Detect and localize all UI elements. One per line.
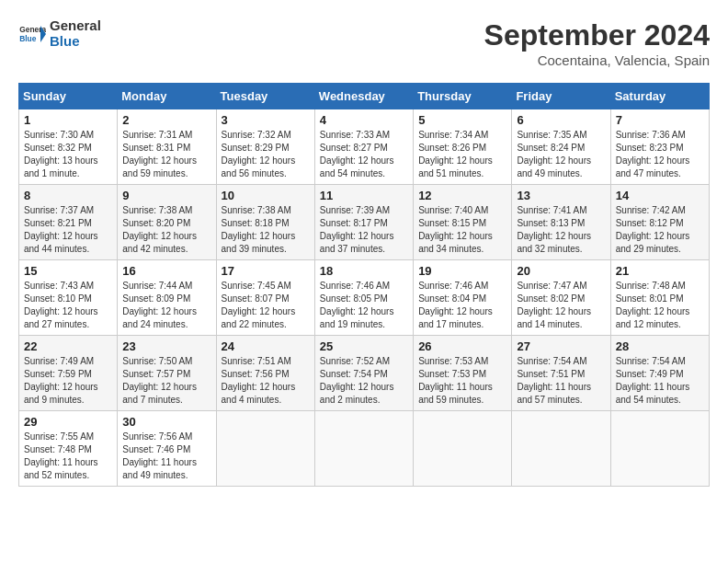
day-number: 26 xyxy=(418,339,506,353)
weekday-header-friday: Friday xyxy=(512,84,610,109)
weekday-header-wednesday: Wednesday xyxy=(314,84,413,109)
day-info: Sunrise: 7:50 AM Sunset: 7:57 PM Dayligh… xyxy=(122,355,210,407)
day-info: Sunrise: 7:51 AM Sunset: 7:56 PM Dayligh… xyxy=(222,355,310,407)
empty-cell xyxy=(610,411,709,487)
calendar-day-17: 17Sunrise: 7:45 AM Sunset: 8:07 PM Dayli… xyxy=(216,260,314,336)
calendar-day-27: 27Sunrise: 7:54 AM Sunset: 7:51 PM Dayli… xyxy=(512,336,610,411)
day-number: 15 xyxy=(24,264,112,278)
logo-icon: General Blue xyxy=(18,20,46,48)
day-number: 3 xyxy=(222,113,310,127)
calendar-day-1: 1Sunrise: 7:30 AM Sunset: 8:32 PM Daylig… xyxy=(19,109,118,185)
day-info: Sunrise: 7:49 AM Sunset: 7:59 PM Dayligh… xyxy=(24,355,112,407)
day-number: 6 xyxy=(517,113,605,127)
calendar-day-30: 30Sunrise: 7:56 AM Sunset: 7:46 PM Dayli… xyxy=(118,411,216,487)
day-number: 21 xyxy=(616,264,704,278)
day-number: 12 xyxy=(418,189,506,202)
calendar-week-row-2: 8Sunrise: 7:37 AM Sunset: 8:21 PM Daylig… xyxy=(19,185,710,260)
day-number: 19 xyxy=(418,264,506,278)
calendar-week-row-1: 1Sunrise: 7:30 AM Sunset: 8:32 PM Daylig… xyxy=(19,109,710,185)
calendar-day-23: 23Sunrise: 7:50 AM Sunset: 7:57 PM Dayli… xyxy=(118,336,216,411)
day-number: 9 xyxy=(122,189,210,202)
calendar-week-row-3: 15Sunrise: 7:43 AM Sunset: 8:10 PM Dayli… xyxy=(19,260,710,336)
day-info: Sunrise: 7:56 AM Sunset: 7:46 PM Dayligh… xyxy=(122,431,210,482)
day-number: 2 xyxy=(122,113,210,127)
title-section: September 2024 Cocentaina, Valencia, Spa… xyxy=(484,18,710,68)
day-number: 8 xyxy=(24,189,112,202)
calendar-day-28: 28Sunrise: 7:54 AM Sunset: 7:49 PM Dayli… xyxy=(610,336,709,411)
day-number: 5 xyxy=(418,113,506,127)
empty-cell xyxy=(512,411,610,487)
calendar-day-5: 5Sunrise: 7:34 AM Sunset: 8:26 PM Daylig… xyxy=(414,109,512,185)
day-info: Sunrise: 7:42 AM Sunset: 8:12 PM Dayligh… xyxy=(616,204,704,256)
day-info: Sunrise: 7:52 AM Sunset: 7:54 PM Dayligh… xyxy=(320,355,408,407)
day-info: Sunrise: 7:34 AM Sunset: 8:26 PM Dayligh… xyxy=(418,129,506,180)
day-info: Sunrise: 7:39 AM Sunset: 8:17 PM Dayligh… xyxy=(320,204,408,256)
calendar-day-18: 18Sunrise: 7:46 AM Sunset: 8:05 PM Dayli… xyxy=(314,260,413,336)
day-info: Sunrise: 7:53 AM Sunset: 7:53 PM Dayligh… xyxy=(418,355,506,407)
calendar-day-14: 14Sunrise: 7:42 AM Sunset: 8:12 PM Dayli… xyxy=(610,185,709,260)
empty-cell xyxy=(216,411,314,487)
day-number: 30 xyxy=(122,415,210,429)
day-number: 23 xyxy=(122,339,210,353)
empty-cell xyxy=(314,411,413,487)
weekday-header-thursday: Thursday xyxy=(414,84,512,109)
day-number: 1 xyxy=(24,113,112,127)
calendar-day-19: 19Sunrise: 7:46 AM Sunset: 8:04 PM Dayli… xyxy=(414,260,512,336)
calendar-day-2: 2Sunrise: 7:31 AM Sunset: 8:31 PM Daylig… xyxy=(118,109,216,185)
day-info: Sunrise: 7:32 AM Sunset: 8:29 PM Dayligh… xyxy=(222,129,310,180)
day-info: Sunrise: 7:46 AM Sunset: 8:05 PM Dayligh… xyxy=(320,280,408,331)
empty-cell xyxy=(414,411,512,487)
calendar-day-25: 25Sunrise: 7:52 AM Sunset: 7:54 PM Dayli… xyxy=(314,336,413,411)
calendar-day-3: 3Sunrise: 7:32 AM Sunset: 8:29 PM Daylig… xyxy=(216,109,314,185)
day-number: 18 xyxy=(320,264,408,278)
day-number: 4 xyxy=(320,113,408,127)
day-info: Sunrise: 7:35 AM Sunset: 8:24 PM Dayligh… xyxy=(517,129,605,180)
day-number: 27 xyxy=(517,339,605,353)
svg-text:Blue: Blue xyxy=(19,33,37,42)
calendar-day-4: 4Sunrise: 7:33 AM Sunset: 8:27 PM Daylig… xyxy=(314,109,413,185)
day-number: 7 xyxy=(616,113,704,127)
day-info: Sunrise: 7:48 AM Sunset: 8:01 PM Dayligh… xyxy=(616,280,704,331)
weekday-header-saturday: Saturday xyxy=(610,84,709,109)
day-number: 10 xyxy=(222,189,310,202)
calendar-week-row-4: 22Sunrise: 7:49 AM Sunset: 7:59 PM Dayli… xyxy=(19,336,710,411)
day-number: 22 xyxy=(24,339,112,353)
day-number: 28 xyxy=(616,339,704,353)
calendar-day-22: 22Sunrise: 7:49 AM Sunset: 7:59 PM Dayli… xyxy=(19,336,118,411)
calendar-day-10: 10Sunrise: 7:38 AM Sunset: 8:18 PM Dayli… xyxy=(216,185,314,260)
day-info: Sunrise: 7:47 AM Sunset: 8:02 PM Dayligh… xyxy=(517,280,605,331)
day-info: Sunrise: 7:54 AM Sunset: 7:51 PM Dayligh… xyxy=(517,355,605,407)
calendar-week-row-5: 29Sunrise: 7:55 AM Sunset: 7:48 PM Dayli… xyxy=(19,411,710,487)
day-number: 14 xyxy=(616,189,704,202)
calendar-day-8: 8Sunrise: 7:37 AM Sunset: 8:21 PM Daylig… xyxy=(19,185,118,260)
day-number: 16 xyxy=(122,264,210,278)
day-info: Sunrise: 7:44 AM Sunset: 8:09 PM Dayligh… xyxy=(122,280,210,331)
day-number: 11 xyxy=(320,189,408,202)
logo-general: General xyxy=(50,18,101,34)
calendar-day-15: 15Sunrise: 7:43 AM Sunset: 8:10 PM Dayli… xyxy=(19,260,118,336)
page-header: General Blue General Blue September 2024… xyxy=(18,18,710,68)
logo: General Blue General Blue xyxy=(18,18,101,49)
calendar-day-12: 12Sunrise: 7:40 AM Sunset: 8:15 PM Dayli… xyxy=(414,185,512,260)
day-number: 17 xyxy=(222,264,310,278)
location-subtitle: Cocentaina, Valencia, Spain xyxy=(484,52,710,68)
day-info: Sunrise: 7:36 AM Sunset: 8:23 PM Dayligh… xyxy=(616,129,704,180)
day-info: Sunrise: 7:45 AM Sunset: 8:07 PM Dayligh… xyxy=(222,280,310,331)
calendar-table: SundayMondayTuesdayWednesdayThursdayFrid… xyxy=(18,83,710,487)
day-info: Sunrise: 7:55 AM Sunset: 7:48 PM Dayligh… xyxy=(24,431,112,482)
calendar-day-7: 7Sunrise: 7:36 AM Sunset: 8:23 PM Daylig… xyxy=(610,109,709,185)
calendar-day-6: 6Sunrise: 7:35 AM Sunset: 8:24 PM Daylig… xyxy=(512,109,610,185)
calendar-day-13: 13Sunrise: 7:41 AM Sunset: 8:13 PM Dayli… xyxy=(512,185,610,260)
weekday-header-monday: Monday xyxy=(118,84,216,109)
day-info: Sunrise: 7:37 AM Sunset: 8:21 PM Dayligh… xyxy=(24,204,112,256)
day-info: Sunrise: 7:41 AM Sunset: 8:13 PM Dayligh… xyxy=(517,204,605,256)
calendar-day-20: 20Sunrise: 7:47 AM Sunset: 8:02 PM Dayli… xyxy=(512,260,610,336)
month-title: September 2024 xyxy=(484,18,710,52)
day-number: 29 xyxy=(24,415,112,429)
day-number: 25 xyxy=(320,339,408,353)
day-info: Sunrise: 7:31 AM Sunset: 8:31 PM Dayligh… xyxy=(122,129,210,180)
day-info: Sunrise: 7:43 AM Sunset: 8:10 PM Dayligh… xyxy=(24,280,112,331)
day-number: 24 xyxy=(222,339,310,353)
day-info: Sunrise: 7:33 AM Sunset: 8:27 PM Dayligh… xyxy=(320,129,408,180)
day-number: 13 xyxy=(517,189,605,202)
